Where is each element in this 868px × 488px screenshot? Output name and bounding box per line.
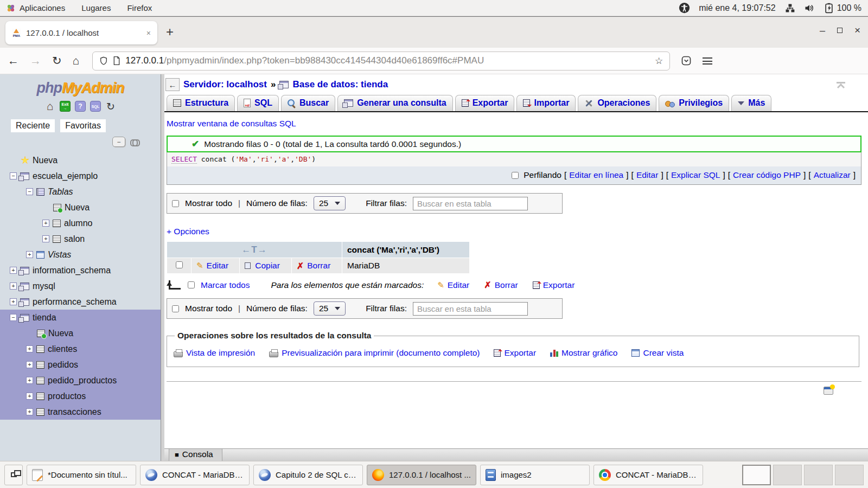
home-icon[interactable]: ⌂ bbox=[44, 101, 55, 112]
shield-icon[interactable] bbox=[99, 56, 108, 65]
page-info-icon[interactable] bbox=[113, 56, 120, 65]
tab-more[interactable]: Más bbox=[731, 95, 771, 111]
mark-all-checkbox[interactable] bbox=[188, 281, 195, 288]
tree-item-table[interactable]: +productos bbox=[0, 388, 161, 404]
selected-edit-link[interactable]: ✎Editar bbox=[437, 280, 469, 290]
collapse-all-button[interactable]: − bbox=[112, 137, 125, 147]
tab-close-icon[interactable]: × bbox=[146, 29, 151, 37]
pocket-icon[interactable] bbox=[681, 55, 692, 66]
export-results-link[interactable]: Exportar bbox=[494, 348, 536, 358]
expand-expander[interactable]: + bbox=[26, 408, 33, 415]
row-delete-link[interactable]: ✗Borrar bbox=[297, 261, 330, 271]
tree-item-new-table[interactable]: Nueva bbox=[0, 200, 161, 215]
tab-structure[interactable]: Estructura bbox=[167, 95, 235, 111]
column-marker-header[interactable]: ←T→ bbox=[167, 242, 342, 258]
network-icon[interactable] bbox=[784, 3, 795, 14]
breadcrumb-database-link[interactable]: Base de datos: tienda bbox=[292, 79, 388, 90]
taskbar-item-gedit[interactable]: *Documento sin títul... bbox=[27, 465, 136, 485]
applications-menu[interactable]: Aplicaciones bbox=[7, 3, 65, 12]
tree-item-database[interactable]: +information_schema bbox=[0, 262, 161, 278]
taskbar-item-web-2[interactable]: Capitulo 2 de SQL co... bbox=[253, 465, 363, 485]
tree-item-table[interactable]: +clientes bbox=[0, 341, 161, 357]
console-toggle[interactable]: ■ Consola bbox=[169, 449, 222, 461]
show-all-checkbox[interactable] bbox=[172, 200, 179, 207]
create-php-link[interactable]: Crear código PHP bbox=[733, 170, 801, 180]
row-checkbox[interactable] bbox=[176, 261, 183, 268]
pma-logo[interactable]: phpMyAdmin bbox=[0, 80, 161, 97]
selected-delete-link[interactable]: ✗Borrar bbox=[484, 280, 518, 290]
explain-sql-link[interactable]: Explicar SQL bbox=[671, 170, 720, 180]
scroll-top-icon[interactable] bbox=[837, 82, 845, 90]
open-new-window-icon[interactable] bbox=[824, 387, 833, 395]
print-preview-link[interactable]: Previsualización para imprimir (document… bbox=[269, 348, 480, 358]
tree-item-new-table[interactable]: Nueva bbox=[0, 325, 161, 341]
tree-item-database-selected[interactable]: −tienda bbox=[0, 310, 161, 325]
tree-item-tables-group[interactable]: −Tablas bbox=[0, 184, 161, 200]
display-chart-link[interactable]: Mostrar gráfico bbox=[550, 348, 617, 358]
firefox-menu[interactable]: Firefox bbox=[127, 3, 152, 12]
bookmark-star-icon[interactable]: ☆ bbox=[655, 55, 663, 67]
workspace-1[interactable] bbox=[742, 465, 771, 485]
expand-expander[interactable]: + bbox=[10, 282, 17, 290]
collapse-expander[interactable]: − bbox=[10, 314, 17, 321]
options-toggle-link[interactable]: + Opciones bbox=[167, 227, 209, 236]
accessibility-icon[interactable] bbox=[679, 2, 690, 14]
window-minimize-button[interactable]: – bbox=[820, 28, 825, 33]
workspace-3[interactable] bbox=[804, 465, 833, 485]
tab-sql[interactable]: sqlSQL bbox=[237, 95, 279, 111]
tab-search[interactable]: Buscar bbox=[281, 95, 335, 111]
menu-hamburger-icon[interactable] bbox=[703, 57, 712, 65]
taskbar-item-chrome[interactable]: CONCAT - MariaDB K... bbox=[593, 465, 703, 485]
print-view-link[interactable]: Vista de impresión bbox=[174, 348, 255, 358]
expand-expander[interactable]: + bbox=[10, 298, 17, 305]
expand-expander[interactable]: + bbox=[26, 377, 33, 384]
tree-item-new-database[interactable]: Nueva bbox=[0, 152, 161, 168]
system-clock[interactable]: mié ene 4, 19:07:52 bbox=[699, 3, 775, 13]
expand-expander[interactable]: + bbox=[26, 361, 33, 368]
sql-help-icon[interactable]: SQL bbox=[90, 101, 101, 112]
tab-query-builder[interactable]: Generar una consulta bbox=[337, 95, 453, 111]
tab-operations[interactable]: Operaciones bbox=[578, 95, 656, 111]
show-all-checkbox[interactable] bbox=[172, 305, 179, 312]
create-view-link[interactable]: Crear vista bbox=[631, 348, 684, 358]
taskbar-item-files[interactable]: images2 bbox=[480, 465, 590, 485]
collapse-expander[interactable]: − bbox=[26, 188, 33, 195]
sidebar-resize-handle[interactable] bbox=[161, 74, 164, 461]
expand-expander[interactable]: + bbox=[10, 267, 17, 274]
home-button[interactable]: ⌂ bbox=[73, 54, 80, 67]
battery-indicator[interactable]: 100 % bbox=[824, 3, 861, 14]
browser-tab[interactable]: PMA 127.0.0.1 / localhost × bbox=[5, 21, 157, 44]
volume-icon[interactable] bbox=[804, 3, 815, 14]
expand-expander[interactable]: + bbox=[26, 393, 33, 400]
tab-import[interactable]: Importar bbox=[516, 95, 576, 111]
rows-per-page-select[interactable]: 25 bbox=[314, 196, 346, 210]
favorites-tab[interactable]: Favoritas bbox=[60, 119, 106, 132]
show-desktop-button[interactable] bbox=[4, 465, 23, 485]
tree-item-table[interactable]: +pedidos bbox=[0, 357, 161, 373]
places-menu[interactable]: Lugares bbox=[81, 3, 111, 12]
expand-expander[interactable]: + bbox=[26, 345, 33, 352]
selected-export-link[interactable]: Exportar bbox=[533, 280, 575, 290]
refresh-icon[interactable]: ↻ bbox=[105, 101, 116, 112]
link-with-main-icon[interactable] bbox=[130, 139, 140, 145]
reload-button[interactable]: ↻ bbox=[52, 54, 62, 67]
tree-item-table[interactable]: +transacciones bbox=[0, 404, 161, 420]
url-bar[interactable]: 127.0.0.1/phpmyadmin/index.php?token=bb9… bbox=[92, 52, 670, 70]
new-tab-button[interactable]: + bbox=[166, 24, 174, 40]
tree-item-views-group[interactable]: +Vistas bbox=[0, 247, 161, 262]
row-edit-link[interactable]: ✎Editar bbox=[196, 261, 228, 271]
filter-rows-input[interactable] bbox=[413, 197, 528, 210]
taskbar-item-firefox-active[interactable]: 127.0.0.1 / localhost ... bbox=[367, 465, 476, 485]
help-icon[interactable]: ? bbox=[75, 101, 86, 112]
tree-item-database[interactable]: +mysql bbox=[0, 278, 161, 294]
tab-export[interactable]: Exportar bbox=[455, 95, 515, 111]
edit-link[interactable]: Editar bbox=[636, 170, 659, 180]
collapse-expander[interactable]: − bbox=[10, 172, 17, 179]
filter-rows-input[interactable] bbox=[413, 302, 528, 316]
tree-item-table[interactable]: +salon bbox=[0, 231, 161, 247]
tree-item-table[interactable]: +pedido_productos bbox=[0, 373, 161, 388]
logout-icon[interactable]: Exit→ bbox=[60, 101, 71, 112]
profiling-checkbox[interactable] bbox=[512, 172, 519, 179]
mark-all-link[interactable]: Marcar todos bbox=[201, 280, 250, 290]
workspace-2[interactable] bbox=[773, 465, 802, 485]
